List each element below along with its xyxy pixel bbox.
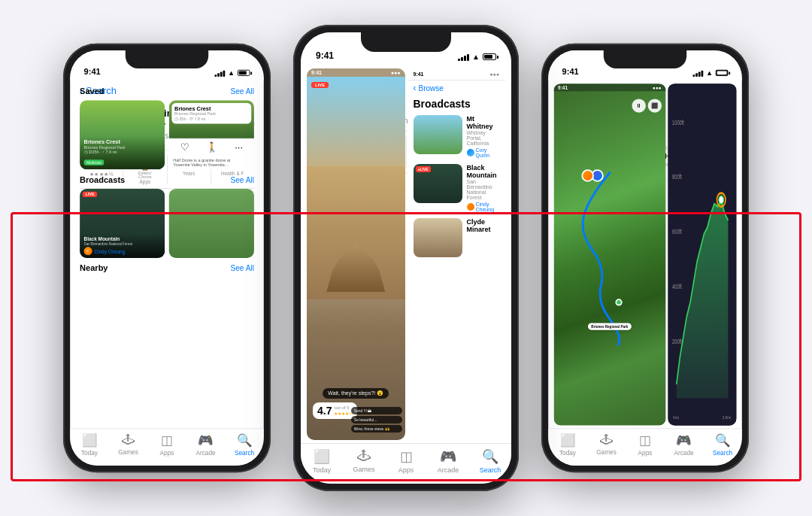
tab-apps-middle[interactable]: ◫ Apps: [385, 448, 427, 474]
tab-apps-right[interactable]: ◫ Apps: [626, 433, 665, 456]
user-name-cindy-1: Cindy Cheung: [94, 249, 125, 253]
screen-scroll-left: Saved See All Briones Crest Briones Regi…: [70, 80, 264, 428]
games-icon-left: 🕹: [122, 433, 135, 448]
bar4: [223, 70, 226, 76]
broadcast-item-black[interactable]: ●LIVE Black Mountain San Bernardino Nati…: [414, 164, 500, 212]
status-icons-left: ▲: [215, 69, 250, 77]
broadcast-name-clyde: Clyde Minaret: [467, 218, 500, 233]
more-icon[interactable]: ···: [235, 141, 243, 153]
svg-text:200ft: 200ft: [672, 337, 682, 345]
search-icon-right: 🔍: [715, 433, 730, 448]
broadcasts-see-all-1[interactable]: See All: [230, 176, 254, 184]
dist-mid: 3.8mi: [723, 416, 731, 420]
map-panel: 9:41 ●●●: [554, 83, 666, 425]
distance-labels: 0mi 3.8mi: [673, 416, 731, 420]
battery-left: [238, 70, 250, 76]
broadcast-item-whitney[interactable]: Mt Whitney Whitney Portal, California Co…: [414, 115, 500, 158]
tab-search-left[interactable]: 🔍 Search: [225, 433, 264, 456]
bar3: [220, 71, 223, 76]
games-label-right: Games: [596, 449, 617, 456]
tab-apps-left[interactable]: ◫ Apps: [147, 433, 186, 456]
broadcast-item-clyde[interactable]: Clyde Minaret: [414, 218, 500, 257]
nearby-title: Nearby: [80, 263, 108, 273]
pause-btn[interactable]: ⏸: [632, 99, 645, 112]
wifi-middle: ▲: [472, 53, 480, 61]
broadcasts-list-screen: 9:41 ●●● ‹ Browse Broadcasts: [408, 68, 506, 440]
tab-today-right[interactable]: ⬜ Today: [548, 433, 587, 456]
elevation-panel: 1000ft 800ft 600ft 400ft 200ft: [668, 83, 736, 425]
status-icons-right: ▲: [693, 69, 729, 77]
live-badge-1: LIVE: [83, 192, 98, 197]
tab-search-right[interactable]: 🔍 Search: [703, 433, 742, 456]
back-chevron-broadcasts: ‹: [414, 83, 417, 93]
avatar-cory: [467, 149, 474, 156]
broadcast-user-whitney: Cory Quinn: [467, 147, 500, 158]
trail-svg: [554, 83, 666, 425]
saved-title: Saved: [80, 87, 105, 96]
record-btn[interactable]: ⬛: [647, 99, 661, 112]
tab-today-left[interactable]: ⬜ Today: [70, 433, 109, 456]
apps-icon-left: ◫: [161, 433, 173, 448]
search-label-middle: Search: [480, 466, 501, 474]
tab-arcade-right[interactable]: 🎮 Arcade: [665, 433, 704, 456]
arcade-label-right: Arcade: [674, 449, 693, 456]
saved-grid: Briones Crest Briones Regional Park ◷ 3/…: [80, 100, 254, 169]
tab-arcade-middle[interactable]: 🎮 Arcade: [427, 448, 469, 474]
trail-dist-1: ◷ 3/35h · ↑ 7.9 mi: [84, 150, 161, 154]
screen-area-right: 9:41 ●●●: [548, 80, 742, 428]
tab-games-left[interactable]: 🕹 Games: [109, 433, 148, 456]
svg-point-18: [718, 196, 723, 204]
today-label-middle: Today: [313, 466, 331, 474]
phone-left: 9:41 ▲ ‹ Search: [63, 44, 271, 472]
map-controls[interactable]: ⏸ ⬛: [632, 99, 662, 112]
apps-label-right: Apps: [638, 449, 653, 456]
tab-today-middle[interactable]: ⬜ Today: [301, 448, 343, 474]
screen-area-middle: 9:41 ●●● LIVE Wait,: [301, 65, 511, 443]
broadcast-card-1[interactable]: LIVE Black Mountain San Bernardino Natio…: [80, 189, 165, 258]
phone-right: 9:41 ▲ ‹ Search: [541, 44, 749, 472]
dist-start: 0mi: [673, 416, 678, 420]
tab-search-middle[interactable]: 🔍 Search: [469, 448, 511, 474]
broadcast-user-1: C Cindy Cheung: [84, 247, 161, 255]
today-icon-left: ⬜: [82, 433, 97, 448]
search-icon-middle: 🔍: [482, 448, 498, 465]
broadcast-loc-black: San Bernardino National Forest: [467, 179, 500, 200]
tab-games-right[interactable]: 🕹 Games: [587, 433, 626, 456]
arcade-icon-left: 🎮: [198, 433, 213, 448]
screenshot-panels-right: 9:41 ●●●: [548, 80, 742, 428]
nearby-header: Nearby See All: [80, 263, 254, 273]
svg-text:400ft: 400ft: [672, 282, 682, 290]
saved-see-all[interactable]: See All: [230, 87, 254, 96]
arcade-label-left: Arcade: [195, 449, 215, 456]
user-cindy-2: Cindy Cheung: [476, 202, 500, 212]
signal-right: [693, 69, 704, 76]
comment-2: So beautiful...: [351, 416, 402, 423]
tab-games-middle[interactable]: 🕹 Games: [343, 448, 385, 473]
briones-card[interactable]: Briones Crest Briones Regional Park ◷ 35…: [169, 100, 254, 169]
trail-badge-1: Moderate: [84, 159, 105, 165]
tab-arcade-left[interactable]: 🎮 Arcade: [186, 433, 226, 456]
broadcasts-header-1: Broadcasts See All: [80, 175, 254, 185]
briones-card-dist: ◷ 35h · ⟳ 7.8 mi: [174, 116, 248, 120]
briones-card-title: Briones Crest: [174, 106, 248, 112]
notch-right: [604, 50, 686, 68]
heart-icon[interactable]: ♡: [180, 141, 189, 153]
apps-icon-right: ◫: [639, 433, 651, 448]
walk-icon[interactable]: 🚶: [206, 141, 218, 153]
tab-bar-right: ⬜ Today 🕹 Games ◫ Apps 🎮 Arcade 🔍 S: [548, 428, 742, 466]
trail-card-1[interactable]: Briones Crest Briones Regional Park ◷ 3/…: [80, 100, 165, 169]
user-cory: Cory Quinn: [476, 147, 500, 158]
map-avatars: [582, 169, 604, 182]
broadcast-thumb-clyde: [414, 218, 462, 257]
map-icons: ●●●: [653, 85, 662, 90]
nearby-see-all[interactable]: See All: [230, 264, 254, 272]
wifi-right: ▲: [706, 69, 713, 77]
broadcast-name-black: Black Mountain: [467, 164, 500, 179]
saved-section: Saved See All Briones Crest Briones Regi…: [70, 80, 264, 273]
start-marker: [615, 299, 622, 305]
map-time: 9:41: [558, 85, 568, 90]
nav-back-broadcasts[interactable]: ‹ Browse: [408, 80, 506, 96]
rating-num-halfdome: 4.7: [317, 405, 332, 417]
battery-fill-right: [717, 71, 727, 75]
notch-middle: [361, 32, 451, 52]
